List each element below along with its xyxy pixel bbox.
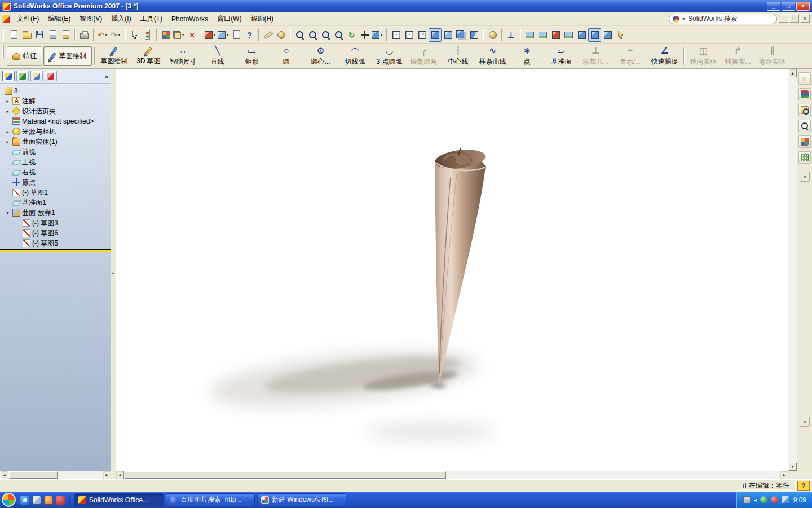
cmd-rectangle-button[interactable]: ▭矩形 [235, 45, 269, 67]
scene-editor-button[interactable] [562, 28, 575, 42]
wireframe-button[interactable] [390, 28, 403, 42]
design-library-button[interactable] [798, 88, 811, 100]
expander-icon[interactable]: ▸ [5, 109, 11, 114]
rollback-bar[interactable] [0, 249, 111, 252]
hidden-lines-visible-button[interactable] [403, 28, 416, 42]
propertymanager-tab[interactable] [16, 71, 29, 81]
thirdparty-tab[interactable] [45, 71, 57, 81]
internet-explorer-icon[interactable]: e [20, 496, 29, 505]
rebuild-button[interactable] [141, 28, 154, 42]
scroll-up-button[interactable]: ▲ [788, 69, 797, 77]
volume-icon[interactable] [782, 496, 789, 503]
cmd-offset-entities-button[interactable]: ∥等距实体 [755, 45, 789, 67]
featuremanager-tab[interactable] [2, 71, 15, 81]
tree-item-lights-cameras[interactable]: ▸光源与相机 [0, 126, 111, 137]
restore-button[interactable]: □ [782, 2, 795, 11]
show-desktop-icon[interactable] [32, 496, 41, 505]
undo-button[interactable]: ↶▾ [96, 28, 109, 42]
doc-close-button[interactable]: × [800, 14, 810, 23]
tree-horizontal-scrollbar[interactable]: ◄ ► [0, 471, 111, 479]
normal-to-button[interactable]: ⊥ [505, 28, 518, 42]
menu-edit[interactable]: 编辑(E) [43, 12, 75, 25]
menu-insert[interactable]: 插入(I) [107, 12, 135, 25]
cmd-point-button[interactable]: ∗点 [510, 45, 544, 67]
expander-icon[interactable]: ▸ [5, 129, 11, 134]
cmd-quick-snaps-button[interactable]: ∠快速捕捉 [647, 45, 682, 67]
edit-color-button[interactable]: ▾ [204, 28, 217, 42]
scroll-down-button[interactable]: ▼ [788, 462, 797, 471]
tree-item-sketch5[interactable]: (-) 草图5 [0, 238, 111, 248]
tree-splitter[interactable]: ◂▸ [111, 69, 116, 479]
input-method-icon[interactable] [743, 496, 751, 503]
minimize-button[interactable]: _ [767, 2, 780, 11]
open-button[interactable] [20, 28, 33, 42]
cmd-line-button[interactable]: ╲直线 [200, 45, 235, 67]
color-swatch-button[interactable] [160, 28, 173, 42]
cmd-spline-button[interactable]: ∿样条曲线 [475, 45, 510, 67]
undo-dropdown-icon[interactable]: ▾ [104, 33, 108, 37]
photoworks-render-button[interactable] [523, 28, 536, 42]
make-drawing-button[interactable] [46, 28, 59, 42]
antivirus-icon[interactable] [760, 496, 767, 503]
tree-item-annotations[interactable]: ▸注解 [0, 96, 111, 106]
cmd-convert-entities-button[interactable]: ↱转换实... [721, 45, 755, 67]
section-view-button[interactable] [467, 28, 480, 42]
cmd-tangent-arc-button[interactable]: ◠切线弧 [338, 45, 372, 67]
texture-button[interactable]: ▾ [217, 28, 230, 42]
scroll-left-button[interactable]: ◄ [116, 471, 124, 479]
cmd-3d-sketch-button[interactable]: 3D 草图 [131, 45, 166, 67]
zoom-to-area-button[interactable] [306, 28, 319, 42]
search-dropdown-icon[interactable]: ▾ [682, 16, 686, 21]
menu-window[interactable]: 窗口(W) [213, 12, 246, 25]
texture-dropdown-icon[interactable]: ▾ [226, 33, 230, 37]
toolbar-grip[interactable] [2, 45, 4, 58]
tree-item-front-plane[interactable]: 前视 [0, 147, 111, 157]
view-settings-a-button[interactable] [575, 28, 588, 42]
scroll-left-button[interactable]: ◄ [0, 471, 8, 479]
layers-dropdown-icon[interactable]: ▾ [181, 33, 185, 37]
doc-minimize-button[interactable]: _ [779, 14, 788, 23]
scrollbar-thumb[interactable] [9, 471, 58, 479]
tree-item-sketch6[interactable]: (-) 草图6 [0, 228, 111, 238]
menu-photoworks[interactable]: PhotoWorks [167, 14, 213, 25]
save-button[interactable] [33, 28, 46, 42]
tree-item-part-root[interactable]: 3 [0, 86, 111, 96]
model-loft-surface[interactable] [116, 69, 788, 471]
menu-view[interactable]: 视图(V) [75, 12, 107, 25]
doc-restore-button[interactable]: □ [789, 14, 799, 23]
graphics-viewport[interactable] [116, 69, 788, 471]
cmd-perimeter-circle-button[interactable]: ⊙圆心... [303, 45, 338, 67]
security-alert-icon[interactable] [771, 496, 778, 503]
dimension-pen-button[interactable] [614, 28, 627, 42]
cmd-sketch-fillet-button[interactable]: ╭绘制圆角 [407, 45, 441, 67]
tree-item-surface-bodies[interactable]: ▸曲面实体(1) [0, 137, 111, 147]
tree-item-design-binder[interactable]: ▸设计活页夹 [0, 106, 111, 116]
shaded-with-edges-button[interactable] [429, 28, 442, 42]
hidden-lines-removed-button[interactable] [416, 28, 429, 42]
help-button[interactable]: ? [243, 28, 256, 42]
view-settings-c-button[interactable] [601, 28, 614, 42]
mass-properties-button[interactable] [275, 28, 288, 42]
cmd-centerline-button[interactable]: ┆中心线 [441, 45, 475, 67]
menu-tools[interactable]: 工具(T) [136, 12, 167, 25]
task-baidu-images[interactable]: 百度图片搜索_http... [166, 493, 255, 506]
cmd-smart-dimension-button[interactable]: ↔智能尺寸 [166, 45, 200, 67]
standard-views-dropdown-icon[interactable]: ▾ [379, 33, 383, 37]
photoworks-area-render-button[interactable] [536, 28, 549, 42]
zoom-in-out-button[interactable] [319, 28, 332, 42]
task-bitmap[interactable]: 新建 Windows位图... [257, 493, 346, 506]
menu-help[interactable]: 帮助(H) [246, 12, 278, 25]
select-button[interactable] [128, 28, 141, 42]
solidworks-search-input[interactable]: ▾ SolidWorks 搜索 [669, 14, 777, 24]
hidden-icons-chevron-icon[interactable]: ◂ [754, 497, 757, 503]
zoom-to-fit-button[interactable] [293, 28, 306, 42]
cmd-mirror-entities-button[interactable]: ◫镜向实体 [686, 45, 721, 67]
tab-sketch[interactable]: 草图绘制 [43, 46, 92, 66]
tree-item-material[interactable]: Material <not specified> [0, 116, 111, 126]
tree-item-origin[interactable]: 原点 [0, 177, 111, 187]
make-assembly-button[interactable] [59, 28, 72, 42]
view-settings-b-button[interactable] [588, 28, 601, 42]
scrollbar-thumb[interactable] [125, 471, 446, 479]
tree-item-sketch3[interactable]: (-) 草图3 [0, 218, 111, 228]
search-button[interactable] [798, 120, 811, 132]
